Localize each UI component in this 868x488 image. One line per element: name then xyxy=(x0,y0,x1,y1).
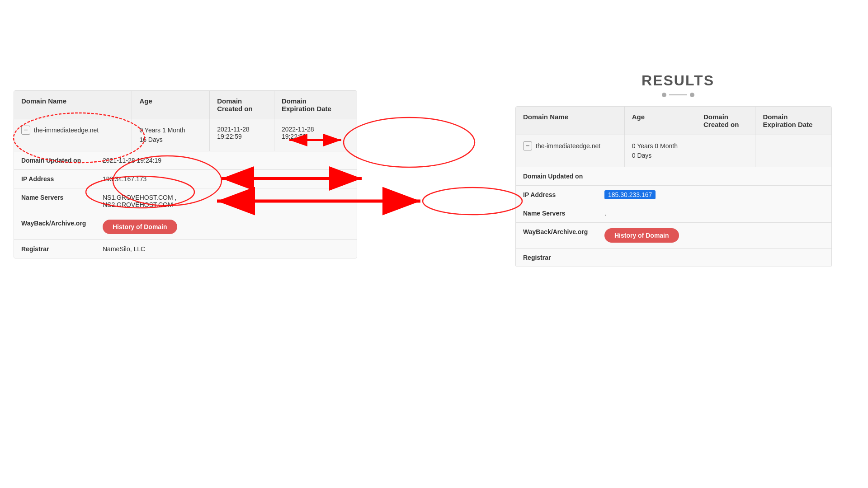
left-updated-row: Domain Updated on 2021-11-28 19:24:19 xyxy=(14,151,357,170)
left-th-domain: Domain Name xyxy=(14,91,132,119)
dot-line xyxy=(669,94,687,95)
left-created-cell: 2021-11-2819:22:59 xyxy=(210,119,274,151)
left-th-age: Age xyxy=(132,91,210,119)
left-updated-value: 2021-11-28 19:24:19 xyxy=(103,157,349,164)
right-ip-row: IP Address 185.30.233.167 xyxy=(516,186,831,204)
results-title: RESULTS xyxy=(642,72,714,89)
right-age-value: 0 Years 0 Month0 Days xyxy=(632,141,689,160)
right-wayback-row: WayBack/Archive.org History of Domain xyxy=(516,223,831,249)
svg-point-4 xyxy=(423,188,522,215)
right-th-domain: Domain Name xyxy=(516,107,624,135)
dot-2 xyxy=(690,93,694,97)
right-ns-value: . xyxy=(604,210,824,217)
right-registrar-value xyxy=(604,254,824,261)
right-expiration-cell xyxy=(755,135,831,167)
left-th-expiration: DomainExpiration Date xyxy=(274,91,357,119)
left-ns-value: NS1.GROVEHOST.COM ,NS2.GROVEHOST.COM xyxy=(103,194,349,208)
right-domain-row: − the-immediateedge.net 0 Years 0 Month0… xyxy=(516,135,831,167)
results-dots xyxy=(642,93,714,97)
page-container: RESULTS Domain Name Age DomainCreated on… xyxy=(0,0,868,488)
left-table: Domain Name Age DomainCreated on DomainE… xyxy=(14,91,357,151)
right-table-wrapper: Domain Name Age DomainCreated on DomainE… xyxy=(515,106,832,267)
left-registrar-row: Registrar NameSilo, LLC xyxy=(14,240,357,258)
right-th-created: DomainCreated on xyxy=(696,107,755,135)
results-header: RESULTS xyxy=(642,72,714,97)
right-ip-label: IP Address xyxy=(523,191,604,198)
right-updated-label: Domain Updated on xyxy=(523,173,604,180)
left-table-wrapper: Domain Name Age DomainCreated on DomainE… xyxy=(14,90,357,258)
right-info-section: Domain Updated on IP Address 185.30.233.… xyxy=(516,167,831,267)
left-wayback-label: WayBack/Archive.org xyxy=(21,220,103,234)
left-minus-button[interactable]: − xyxy=(21,126,30,135)
left-expiration-cell: 2022-11-2819:22:59 xyxy=(274,119,357,151)
right-ns-label: Name Servers xyxy=(523,210,604,217)
right-wayback-label: WayBack/Archive.org xyxy=(523,228,604,243)
dot-1 xyxy=(662,93,666,97)
left-age-value: 0 Years 1 Month16 Days xyxy=(139,126,202,145)
right-domain-name: the-immediateedge.net xyxy=(536,142,600,150)
right-updated-row: Domain Updated on xyxy=(516,167,831,186)
left-th-created: DomainCreated on xyxy=(210,91,274,119)
right-th-expiration: DomainExpiration Date xyxy=(755,107,831,135)
right-updated-value xyxy=(604,173,824,180)
right-registrar-row: Registrar xyxy=(516,249,831,267)
left-ns-row: Name Servers NS1.GROVEHOST.COM ,NS2.GROV… xyxy=(14,188,357,214)
left-domain-cell: − the-immediateedge.net xyxy=(14,119,132,151)
left-info-section: Domain Updated on 2021-11-28 19:24:19 IP… xyxy=(14,151,357,258)
left-registrar-label: Registrar xyxy=(21,245,103,253)
right-table: Domain Name Age DomainCreated on DomainE… xyxy=(516,107,831,167)
left-domain-row: − the-immediateedge.net 0 Years 1 Month1… xyxy=(14,119,357,151)
right-th-age: Age xyxy=(624,107,696,135)
right-age-cell: 0 Years 0 Month0 Days xyxy=(624,135,696,167)
left-history-button[interactable]: History of Domain xyxy=(103,220,177,234)
left-wayback-row: WayBack/Archive.org History of Domain xyxy=(14,214,357,240)
left-age-cell: 0 Years 1 Month16 Days xyxy=(132,119,210,151)
right-history-button[interactable]: History of Domain xyxy=(604,228,679,243)
left-ip-value: 193.34.167.173 xyxy=(103,175,349,183)
right-created-cell xyxy=(696,135,755,167)
right-ip-value: 185.30.233.167 xyxy=(604,191,824,198)
right-domain-cell: − the-immediateedge.net xyxy=(516,135,624,167)
left-ns-label: Name Servers xyxy=(21,194,103,208)
left-ip-label: IP Address xyxy=(21,175,103,183)
svg-point-3 xyxy=(344,117,475,167)
left-updated-label: Domain Updated on xyxy=(21,157,103,164)
left-registrar-value: NameSilo, LLC xyxy=(103,245,349,253)
right-ip-highlighted: 185.30.233.167 xyxy=(604,190,656,199)
right-minus-button[interactable]: − xyxy=(523,141,532,150)
left-ip-row: IP Address 193.34.167.173 xyxy=(14,170,357,188)
left-domain-name: the-immediateedge.net xyxy=(34,127,99,134)
right-registrar-label: Registrar xyxy=(523,254,604,261)
right-ns-row: Name Servers . xyxy=(516,204,831,223)
